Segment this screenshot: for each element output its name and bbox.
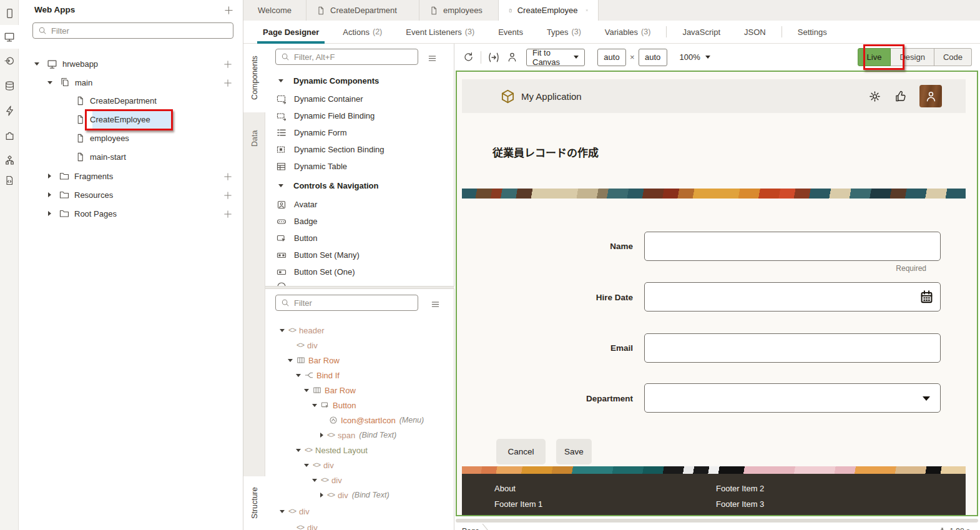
tree-item-hrwebapp[interactable]: hrwebapp [19, 54, 243, 73]
footer-link-item3[interactable]: Footer Item 3 [716, 499, 764, 509]
component-dynamic-field-binding[interactable]: Dynamic Field Binding [267, 107, 453, 124]
collapse-arrow-icon[interactable] [48, 174, 51, 179]
component-dynamic-table[interactable]: Dynamic Table [267, 158, 453, 175]
subtab-javascript[interactable]: JavaScript [670, 21, 732, 44]
expand-arrow-icon[interactable] [47, 81, 52, 84]
component-dynamic-form[interactable]: Dynamic Form [267, 124, 453, 141]
subtab-events[interactable]: Events [486, 21, 535, 44]
expand-arrow-icon[interactable] [296, 449, 301, 452]
panel-splitter[interactable] [265, 286, 454, 289]
components-filter-input[interactable] [294, 52, 413, 62]
expand-arrow-icon[interactable] [312, 404, 317, 407]
tab-structure[interactable]: Structure [243, 476, 265, 530]
expand-arrow-icon[interactable] [34, 62, 39, 66]
subtab-page-designer[interactable]: Page Designer [251, 21, 331, 44]
collapse-arrow-icon[interactable] [320, 433, 323, 438]
business-objects-icon[interactable] [0, 75, 19, 96]
tree-item-main[interactable]: main [19, 73, 243, 92]
components-menu-icon[interactable] [428, 52, 437, 64]
tree-item-fragments[interactable]: Fragments [19, 167, 243, 185]
fit-mode-select[interactable]: Fit to Canvas [526, 49, 585, 66]
component-dynamic-container[interactable]: Dynamic Container [267, 91, 453, 107]
like-icon[interactable] [894, 91, 906, 102]
service-connections-icon[interactable] [0, 50, 19, 71]
refresh-icon[interactable] [463, 52, 474, 62]
user-persona-icon[interactable] [507, 52, 517, 62]
structure-node-bar-row[interactable]: Bar Row [288, 353, 475, 368]
section-collapse-icon[interactable] [278, 79, 283, 82]
code-mode-button[interactable]: Code [934, 48, 972, 66]
responsive-range-icon[interactable] [488, 52, 499, 63]
add-root-page-button[interactable] [223, 209, 232, 218]
tab-components[interactable]: Components [243, 44, 265, 112]
component-button-set-many[interactable]: Button Set (Many) [267, 247, 453, 263]
add-page-button[interactable] [223, 77, 232, 87]
add-fragment-button[interactable] [223, 171, 232, 181]
subtab-types[interactable]: Types(3) [535, 21, 593, 44]
subtab-event-listeners[interactable]: Event Listeners(3) [394, 21, 486, 44]
tree-item-main-start[interactable]: main-start [19, 147, 243, 166]
expand-arrow-icon[interactable] [280, 329, 285, 332]
collapse-arrow-icon[interactable] [48, 192, 51, 197]
dropdown-caret-icon[interactable] [923, 396, 930, 401]
cancel-button[interactable]: Cancel [496, 439, 546, 464]
zoom-select[interactable]: 100% [680, 52, 710, 62]
close-tab-icon[interactable] [586, 7, 588, 14]
department-select[interactable] [644, 383, 941, 413]
mobile-apps-icon[interactable] [0, 2, 19, 24]
subtab-json[interactable]: JSON [732, 21, 778, 44]
section-collapse-icon[interactable] [278, 184, 283, 187]
tab-employees[interactable]: employees [419, 0, 499, 21]
diagram-icon[interactable] [0, 149, 19, 170]
expand-arrow-icon[interactable] [304, 464, 309, 467]
component-dynamic-section-binding[interactable]: Dynamic Section Binding [267, 141, 453, 158]
settings-gear-icon[interactable] [869, 91, 881, 102]
hire-date-input[interactable] [644, 282, 941, 312]
footer-link-item1[interactable]: Footer Item 1 [494, 499, 542, 509]
expand-arrow-icon[interactable] [296, 374, 301, 377]
calendar-icon[interactable] [919, 290, 934, 304]
components-rail-icon[interactable] [0, 125, 19, 146]
canvas-height-input[interactable]: auto [639, 49, 667, 66]
tree-item-createdepartment[interactable]: CreateDepartment [19, 91, 243, 110]
structure-menu-icon[interactable] [431, 298, 440, 310]
component-badge[interactable]: Badge [267, 213, 453, 230]
component-button[interactable]: Button [267, 230, 453, 247]
structure-node-header[interactable]: <>header [280, 323, 467, 338]
subtab-settings[interactable]: Settings [786, 21, 839, 44]
structure-filter-input[interactable] [294, 298, 413, 308]
expand-arrow-icon[interactable] [288, 359, 293, 362]
web-apps-filter-input[interactable] [51, 26, 228, 36]
component-avatar[interactable]: Avatar [267, 196, 453, 213]
processes-icon[interactable] [0, 100, 19, 121]
tab-welcome[interactable]: Welcome [243, 0, 306, 21]
add-resource-button[interactable] [223, 190, 232, 200]
breadcrumb[interactable]: Page [462, 527, 479, 530]
expand-arrow-icon[interactable] [304, 389, 309, 392]
structure-node-div[interactable]: <>div [280, 504, 467, 519]
component-button-set-one[interactable]: Button Set (One) [267, 263, 453, 280]
tab-createemployee[interactable]: CreateEmployee [499, 0, 599, 21]
add-flow-button[interactable] [223, 59, 232, 69]
collapse-arrow-icon[interactable] [48, 211, 51, 216]
user-avatar[interactable] [919, 85, 942, 107]
tree-item-employees[interactable]: employees [19, 129, 243, 147]
expand-arrow-icon[interactable] [280, 510, 285, 513]
tree-item-root-pages[interactable]: Root Pages [19, 204, 243, 223]
email-input[interactable] [644, 333, 941, 363]
source-view-icon[interactable] [0, 170, 19, 191]
add-web-app-button[interactable] [222, 3, 235, 17]
footer-link-item2[interactable]: Footer Item 2 [716, 484, 764, 493]
collapse-arrow-icon[interactable] [320, 493, 323, 498]
name-input[interactable] [644, 232, 941, 261]
expand-arrow-icon[interactable] [312, 479, 317, 482]
subtab-variables[interactable]: Variables(3) [593, 21, 663, 44]
subtab-actions[interactable]: Actions(2) [331, 21, 394, 44]
tab-data[interactable]: Data [243, 114, 265, 164]
footer-link-about[interactable]: About [494, 484, 516, 493]
web-apps-icon[interactable] [0, 25, 19, 49]
save-button[interactable]: Save [556, 439, 592, 464]
canvas-width-input[interactable]: auto [597, 49, 626, 66]
tree-item-resources[interactable]: Resources [19, 185, 243, 204]
tab-createdepartment[interactable]: CreateDepartment [306, 0, 419, 21]
